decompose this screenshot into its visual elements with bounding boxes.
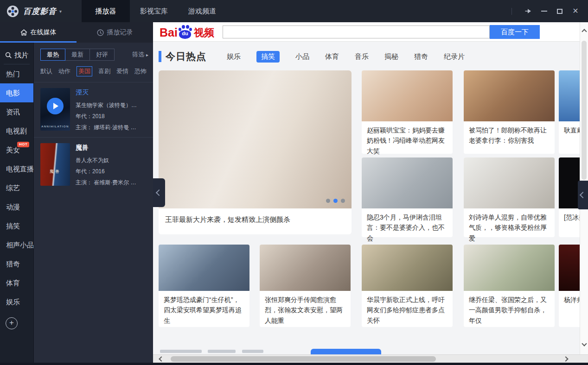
find-video-label: 找片 (14, 51, 28, 60)
sidebar-item-curiosity[interactable]: 猎奇 (0, 254, 33, 273)
minimize-button[interactable] (536, 0, 552, 22)
window-bottom-edge (0, 363, 588, 365)
sidebar-item-sports[interactable]: 体育 (0, 273, 33, 292)
sidebar-item-entertainment[interactable]: 娱乐 (0, 292, 33, 311)
hot-section-tabs: 娱乐 搞笑 小品 体育 音乐 揭秘 猎奇 纪录片 (227, 51, 465, 63)
genre-row: 默认 动作 美国 喜剧 爱情 恐怖 (34, 61, 153, 76)
video-card-clipped[interactable]: 杨洋帅气 (559, 245, 580, 327)
baidu-search-button[interactable]: 百度一下 (490, 25, 540, 39)
scroll-down-button[interactable] (580, 339, 588, 348)
feature-carousel-card[interactable]: 王菲最新大片来袭，短发精致上演侧颜杀 (159, 70, 352, 234)
pin-button[interactable] (520, 0, 536, 22)
sidebar-item-tv-series[interactable]: 电视剧 (0, 121, 33, 140)
carousel-dots (326, 199, 345, 203)
chevron-left-icon (580, 192, 586, 198)
find-video-button[interactable]: 找片 (0, 46, 33, 64)
tab-play-history[interactable]: 播放记录 (77, 22, 153, 43)
genre-action[interactable]: 动作 (58, 67, 70, 76)
sidebar-item-movies[interactable]: 电影 (0, 83, 33, 102)
movie-poster[interactable]: ANNIHILATION (40, 88, 70, 131)
genre-usa[interactable]: 美国 (77, 66, 92, 76)
video-card[interactable]: 张恒郑爽分手传闻愈演愈烈，张翰发文表安慰，望两人能重 (260, 245, 351, 327)
card-caption: 奚梦瑶恐成豪门“生仔机”，四太梁安琪希望奚梦瑶再追生 (159, 291, 249, 329)
content-grid: Bai du 视频 百度一下 今日热点 娱乐 搞笑 小品 体育 音乐 揭秘 猎奇 (153, 22, 580, 354)
scroll-right-button[interactable] (561, 356, 570, 362)
hot-tab-curiosity[interactable]: 猎奇 (414, 52, 428, 61)
hot-tab-sports[interactable]: 体育 (325, 52, 339, 61)
clock-icon (97, 29, 104, 36)
carousel-prev-button[interactable] (153, 178, 165, 207)
carousel-dot-active[interactable] (333, 199, 338, 203)
play-icon[interactable] (47, 98, 64, 114)
hot-tab-music[interactable]: 音乐 (355, 52, 369, 61)
vertical-scrollbar-thumb[interactable] (582, 41, 587, 180)
video-card[interactable]: 赵丽颖哄宝宝：妈妈要去赚奶粉钱！冯绍峰举动惹网友大笑 (362, 70, 453, 154)
close-button[interactable]: ✕ (568, 0, 583, 22)
partial-button[interactable] (311, 349, 381, 354)
sort-newest-button[interactable]: 最新 (65, 49, 90, 61)
movie-list-item-annihilation[interactable]: ANNIHILATION 湮灭 某生物学家（波特曼）… 年代：2018 主演： … (34, 82, 153, 137)
movie-title[interactable]: 湮灭 (76, 88, 137, 97)
carousel-dot[interactable] (341, 199, 345, 203)
hot-tab-sketch[interactable]: 小品 (295, 52, 309, 61)
chevron-down-icon (582, 341, 587, 346)
sidebar-item-anime[interactable]: 动漫 (0, 197, 33, 216)
card-caption: [范冰美艳 (559, 208, 580, 226)
tab-player[interactable]: 播放器 (82, 0, 130, 22)
card-image (362, 70, 453, 121)
hot-tab-secrets[interactable]: 揭秘 (384, 52, 398, 61)
video-card[interactable]: 被骂怕了！郎朗称不敢再让老婆拿行李：你别害我 (464, 70, 555, 154)
horizontal-scrollbar[interactable] (153, 354, 588, 363)
tab-online-media[interactable]: 在线媒体 (0, 22, 77, 43)
sidebar-item-hot[interactable]: 热门 (0, 64, 33, 83)
tab-game-channel[interactable]: 游戏频道 (178, 0, 226, 22)
sidebar-item-beauty[interactable]: 美女 HOT (0, 140, 33, 159)
horizontal-scrollbar-thumb[interactable] (171, 356, 436, 362)
card-image (464, 157, 555, 208)
movie-poster[interactable]: 魔兽 (40, 143, 70, 186)
card-image (559, 70, 580, 121)
carousel-dot[interactable] (326, 199, 330, 203)
video-card[interactable]: 刘诗诗单人混剪，自带优雅气质，，够资格承受粉丝厚爱 (464, 157, 555, 237)
card-caption: 隐忍3个月，马伊琍含泪坦言：要不是婆婆介入，也不会 (362, 208, 453, 247)
app-menu[interactable]: 百度影音 ▾ (23, 6, 62, 17)
sidebar-item-funny[interactable]: 搞笑 (0, 216, 33, 235)
hot-tab-funny[interactable]: 搞笑 (256, 51, 280, 63)
card-image (159, 245, 249, 291)
scroll-up-button[interactable] (580, 27, 588, 36)
card-caption: 华晨宇新歌正式上线，呼吁网友们多给抑郁症患者多点关怀 (362, 291, 453, 329)
genre-comedy[interactable]: 喜剧 (98, 67, 110, 76)
sidebar-item-live-tv[interactable]: 电视直播 (0, 159, 33, 178)
sidebar-item-variety[interactable]: 综艺 (0, 178, 33, 197)
genre-horror[interactable]: 恐怖 (134, 67, 147, 76)
maximize-button[interactable] (552, 0, 568, 22)
sort-top-rated-button[interactable]: 好评 (89, 49, 115, 61)
video-card-clipped[interactable]: 耿直戴发 (559, 70, 580, 154)
scroll-left-button[interactable] (157, 356, 166, 362)
add-category-button[interactable]: + (6, 317, 18, 329)
video-card[interactable]: 继乔任梁、张国荣之后，又一高颜值男歌手抑郁自杀，年仅 (464, 245, 555, 327)
baidu-paw-icon: du (178, 25, 192, 39)
carousel-next-button[interactable] (578, 181, 588, 209)
card-caption: 张恒郑爽分手传闻愈演愈烈，张翰发文表安慰，望两人能重 (260, 291, 351, 329)
video-card[interactable]: 奚梦瑶恐成豪门“生仔机”，四太梁安琪希望奚梦瑶再追生 (159, 245, 249, 327)
sidebar-item-news[interactable]: 资讯 (0, 102, 33, 121)
hot-tab-documentary[interactable]: 纪录片 (444, 52, 465, 61)
close-icon: ✕ (572, 7, 578, 15)
genre-romance[interactable]: 爱情 (116, 67, 128, 76)
video-card[interactable]: 华晨宇新歌正式上线，呼吁网友们多给抑郁症患者多点关怀 (362, 245, 453, 327)
filter-more-button[interactable]: 筛选 ▸ (132, 50, 148, 59)
movie-list-item-warcraft[interactable]: 魔兽 魔兽 兽人永不为奴 年代：2016 主演： 崔维斯·费米尔 … (34, 138, 153, 192)
sidebar-item-crosstalk[interactable]: 相声小品 (0, 235, 33, 254)
sort-hottest-button[interactable]: 最热 (40, 49, 65, 61)
search-input[interactable] (223, 25, 490, 38)
movie-title[interactable]: 魔兽 (76, 144, 136, 152)
movie-cast: 主演： 崔维斯·费米尔 … (76, 179, 136, 187)
video-card-clipped[interactable]: [范冰美艳 (559, 157, 580, 237)
main-content: Bai du 视频 百度一下 今日热点 娱乐 搞笑 小品 体育 音乐 揭秘 猎奇 (153, 22, 588, 365)
tab-movie-library[interactable]: 影视宝库 (130, 0, 178, 22)
baidu-video-logo: Bai du 视频 (160, 25, 214, 39)
hot-tab-entertainment[interactable]: 娱乐 (227, 52, 241, 61)
video-card[interactable]: 隐忍3个月，马伊琍含泪坦言：要不是婆婆介入，也不会 (362, 157, 453, 237)
genre-default[interactable]: 默认 (40, 67, 52, 76)
